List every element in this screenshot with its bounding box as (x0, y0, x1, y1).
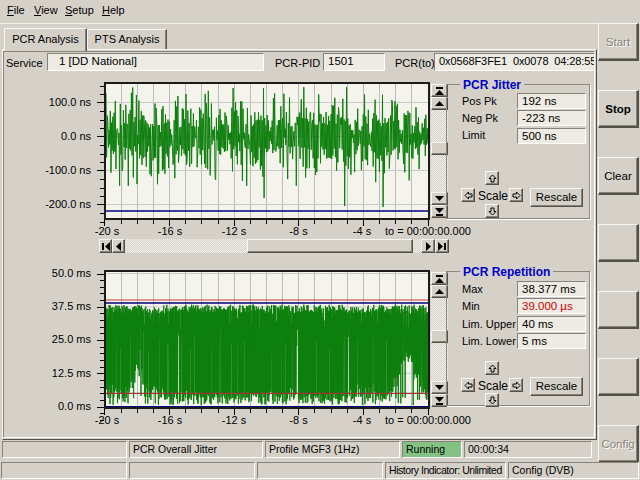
svg-text:-20 s: -20 s (95, 414, 120, 426)
svg-text:-12 s: -12 s (222, 414, 247, 426)
svg-text:-8 s: -8 s (289, 414, 308, 426)
svg-text:to = 00:00:00.000: to = 00:00:00.000 (385, 225, 471, 237)
svg-text:-16 s: -16 s (158, 414, 183, 426)
svg-text:-4 s: -4 s (353, 414, 372, 426)
svg-text:-12 s: -12 s (222, 225, 247, 237)
svg-text:-20 s: -20 s (95, 225, 120, 237)
svg-text:-16 s: -16 s (158, 225, 183, 237)
svg-text:-4 s: -4 s (353, 225, 372, 237)
svg-text:-8 s: -8 s (289, 225, 308, 237)
svg-text:to = 00:00:00.000: to = 00:00:00.000 (385, 414, 471, 426)
